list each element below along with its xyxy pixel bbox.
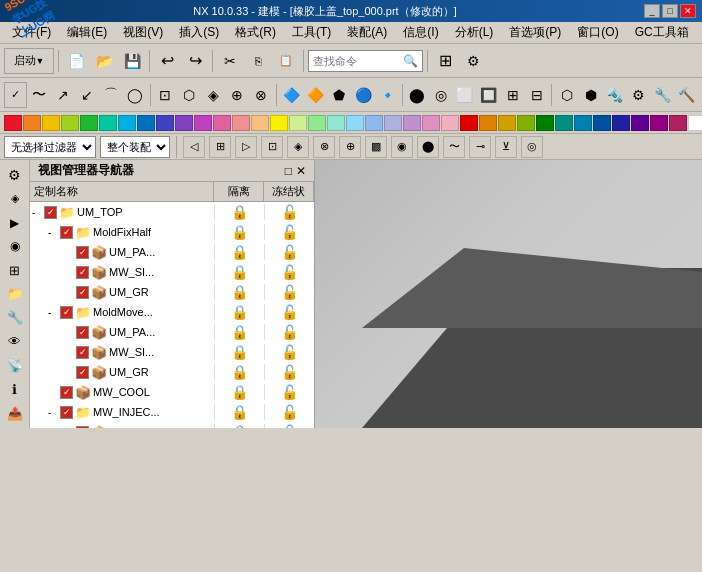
color-swatch-17[interactable] [327,115,345,131]
color-swatch-26[interactable] [498,115,516,131]
tree-checkbox-5[interactable] [76,286,89,299]
tree-iso-10[interactable]: 🔒 [214,384,264,400]
menu-item-i[interactable]: 信息(I) [395,22,446,43]
tree-row-10[interactable]: 📦MW_COOL🔒🔓 [30,382,314,402]
sidebar-play-btn[interactable]: ▶ [3,212,27,234]
tree-row-3[interactable]: 📦UM_PA...🔒🔓 [30,242,314,262]
sidebar-settings-btn[interactable]: ⚙ [3,164,27,186]
tb2-btn-2[interactable]: 〜 [28,82,51,108]
tree-freeze-10[interactable]: 🔓 [264,384,314,400]
color-swatch-25[interactable] [479,115,497,131]
tree-row-12[interactable]: 📦UM_GR🔒🔓 [30,422,314,428]
tree-close-btn[interactable]: ✕ [296,164,306,178]
filter-btn-4[interactable]: ⊡ [261,136,283,158]
color-swatch-31[interactable] [593,115,611,131]
tb2-btn-9[interactable]: ◈ [202,82,225,108]
tree-freeze-9[interactable]: 🔓 [264,364,314,380]
tree-freeze-12[interactable]: 🔓 [264,424,314,428]
tree-checkbox-12[interactable] [76,426,89,429]
sidebar-export-btn[interactable]: 📤 [3,402,27,424]
tree-expand-11[interactable]: - [48,407,58,418]
tb2-btn-26[interactable]: ⚙ [627,82,650,108]
tree-row-5[interactable]: 📦UM_GR🔒🔓 [30,282,314,302]
search-input[interactable] [313,55,403,67]
color-swatch-7[interactable] [137,115,155,131]
tb2-btn-20[interactable]: 🔲 [477,82,500,108]
color-swatch-13[interactable] [251,115,269,131]
save-button[interactable]: 💾 [119,48,145,74]
tree-expand-6[interactable]: - [48,307,58,318]
tree-iso-12[interactable]: 🔒 [214,424,264,428]
color-swatch-0[interactable] [4,115,22,131]
color-swatch-19[interactable] [365,115,383,131]
menu-item-gc[interactable]: GC工具箱 [627,22,697,43]
color-swatch-20[interactable] [384,115,402,131]
tree-checkbox-10[interactable] [60,386,73,399]
tree-iso-6[interactable]: 🔒 [214,304,264,320]
tb2-btn-21[interactable]: ⊞ [501,82,524,108]
undo-button[interactable]: ↩ [154,48,180,74]
color-swatch-34[interactable] [650,115,668,131]
tb2-btn-25[interactable]: 🔩 [603,82,626,108]
tb2-btn-28[interactable]: 🔨 [675,82,698,108]
tree-expand-1[interactable]: - [32,207,42,218]
tree-freeze-5[interactable]: 🔓 [264,284,314,300]
tree-row-7[interactable]: 📦UM_PA...🔒🔓 [30,322,314,342]
sidebar-grid-btn[interactable]: ⊞ [3,259,27,281]
search-icon[interactable]: 🔍 [403,54,418,68]
menu-item-o[interactable]: 窗口(O) [569,22,626,43]
open-button[interactable]: 📂 [91,48,117,74]
color-swatch-30[interactable] [574,115,592,131]
assembly-filter-dropdown[interactable]: 整个装配 [100,136,170,158]
color-swatch-23[interactable] [441,115,459,131]
color-swatch-24[interactable] [460,115,478,131]
redo-button[interactable]: ↪ [182,48,208,74]
sidebar-nav-btn[interactable]: ◈ [3,188,27,210]
color-swatch-18[interactable] [346,115,364,131]
menu-item-p[interactable]: 首选项(P) [501,22,569,43]
tree-row-6[interactable]: -📁MoldMove...🔒🔓 [30,302,314,322]
filter-btn-12[interactable]: ⊸ [469,136,491,158]
color-swatch-3[interactable] [61,115,79,131]
tb2-btn-23[interactable]: ⬡ [555,82,578,108]
color-swatch-21[interactable] [403,115,421,131]
tree-checkbox-2[interactable] [60,226,73,239]
menu-item-v[interactable]: 视图(V) [115,22,171,43]
tree-row-1[interactable]: -📁UM_TOP🔒🔓 [30,202,314,222]
menu-item-e[interactable]: 编辑(E) [59,22,115,43]
sidebar-tool-btn[interactable]: 🔧 [3,307,27,329]
color-swatch-6[interactable] [118,115,136,131]
tree-iso-8[interactable]: 🔒 [214,344,264,360]
tree-checkbox-7[interactable] [76,326,89,339]
color-swatch-15[interactable] [289,115,307,131]
tb2-btn-19[interactable]: ⬜ [453,82,476,108]
menu-item-h[interactable]: 帮助(H) [697,22,702,43]
tb2-btn-24[interactable]: ⬢ [579,82,602,108]
tb2-btn-8[interactable]: ⬡ [178,82,201,108]
tb2-btn-12[interactable]: 🔷 [280,82,303,108]
color-swatch-9[interactable] [175,115,193,131]
filter-btn-7[interactable]: ⊕ [339,136,361,158]
tb2-btn-1[interactable]: ✓ [4,82,27,108]
tb2-btn-27[interactable]: 🔧 [651,82,674,108]
tree-row-2[interactable]: -📁MoldFixHalf🔒🔓 [30,222,314,242]
filter-btn-13[interactable]: ⊻ [495,136,517,158]
tb2-btn-10[interactable]: ⊕ [226,82,249,108]
color-swatch-32[interactable] [612,115,630,131]
menu-item-t[interactable]: 工具(T) [284,22,339,43]
sidebar-eye-btn[interactable]: 👁 [3,331,27,353]
tree-freeze-7[interactable]: 🔓 [264,324,314,340]
sidebar-folder-btn[interactable]: 📁 [3,283,27,305]
color-swatch-27[interactable] [517,115,535,131]
color-swatch-16[interactable] [308,115,326,131]
filter-btn-3[interactable]: ▷ [235,136,257,158]
tb2-btn-18[interactable]: ◎ [429,82,452,108]
filter-btn-11[interactable]: 〜 [443,136,465,158]
maximize-button[interactable]: □ [662,4,678,18]
color-swatch-4[interactable] [80,115,98,131]
tree-freeze-4[interactable]: 🔓 [264,264,314,280]
filter-btn-5[interactable]: ◈ [287,136,309,158]
color-swatch-29[interactable] [555,115,573,131]
tree-iso-3[interactable]: 🔒 [214,244,264,260]
tb2-btn-22[interactable]: ⊟ [525,82,548,108]
